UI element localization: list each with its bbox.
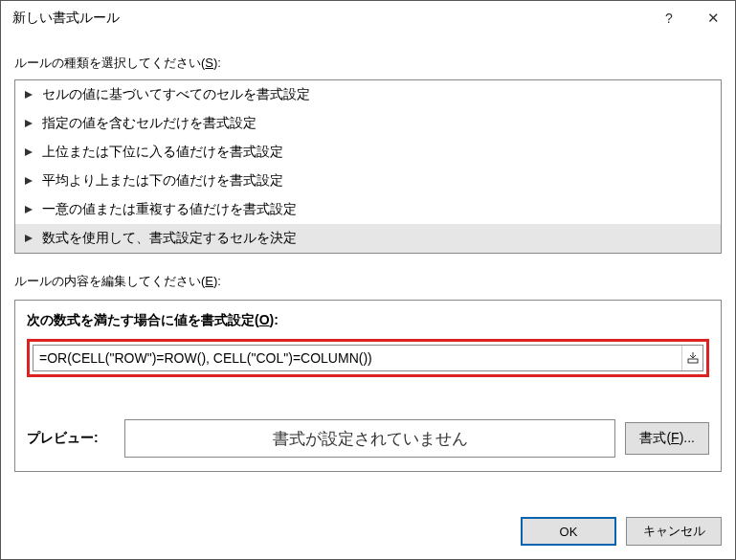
rule-type-list[interactable]: セルの値に基づいてすべてのセルを書式設定 指定の値を含むセルだけを書式設定 上位… [14, 79, 722, 254]
rule-type-item-label: 一意の値または重複する値だけを書式設定 [42, 201, 297, 218]
new-format-rule-dialog: 新しい書式ルール ? ✕ ルールの種類を選択してください(S): セルの値に基づ… [0, 0, 736, 560]
svg-rect-0 [688, 359, 698, 363]
rule-type-item-1[interactable]: 指定の値を含むセルだけを書式設定 [15, 109, 721, 138]
titlebar: 新しい書式ルール ? ✕ [1, 1, 735, 35]
preview-box: 書式が設定されていません [124, 419, 615, 458]
rule-type-item-3[interactable]: 平均より上または下の値だけを書式設定 [15, 167, 721, 195]
rule-type-item-2[interactable]: 上位または下位に入る値だけを書式設定 [15, 138, 721, 167]
dialog-title: 新しい書式ルール [12, 10, 647, 27]
preview-text: 書式が設定されていません [273, 428, 468, 450]
rule-type-item-0[interactable]: セルの値に基づいてすべてのセルを書式設定 [15, 80, 721, 109]
formula-label: 次の数式を満たす場合に値を書式設定(O): [27, 312, 709, 329]
rule-type-item-label: セルの値に基づいてすべてのセルを書式設定 [42, 86, 310, 103]
formula-input[interactable] [33, 350, 681, 366]
help-button[interactable]: ? [647, 1, 691, 35]
rule-edit-section-label: ルールの内容を編集してください(E): [14, 273, 722, 290]
refedit-icon [687, 352, 699, 364]
ok-button[interactable]: OK [521, 517, 616, 546]
refedit-collapse-button[interactable] [681, 346, 703, 370]
format-button[interactable]: 書式(F)... [625, 422, 709, 455]
dialog-footer: OK キャンセル [1, 505, 735, 559]
close-button[interactable]: ✕ [691, 1, 735, 35]
triangle-marker-icon [25, 91, 33, 99]
rule-type-section-label: ルールの種類を選択してください(S): [14, 55, 722, 72]
formula-row-highlight [27, 339, 709, 377]
rule-type-item-4[interactable]: 一意の値または重複する値だけを書式設定 [15, 195, 721, 224]
triangle-marker-icon [25, 206, 33, 213]
rule-type-item-label: 指定の値を含むセルだけを書式設定 [42, 115, 256, 132]
triangle-marker-icon [25, 148, 33, 156]
preview-row: プレビュー: 書式が設定されていません 書式(F)... [27, 419, 709, 458]
triangle-marker-icon [25, 120, 33, 127]
dialog-body: ルールの種類を選択してください(S): セルの値に基づいてすべてのセルを書式設定… [1, 35, 735, 505]
cancel-button[interactable]: キャンセル [626, 517, 722, 546]
formula-input-wrap [33, 345, 703, 371]
rule-type-item-label: 数式を使用して、書式設定するセルを決定 [42, 230, 297, 247]
rule-type-item-5[interactable]: 数式を使用して、書式設定するセルを決定 [15, 224, 721, 253]
rule-type-item-label: 平均より上または下の値だけを書式設定 [42, 172, 283, 190]
preview-label: プレビュー: [27, 430, 115, 447]
triangle-marker-icon [25, 177, 33, 185]
triangle-marker-icon [25, 235, 33, 242]
rule-edit-panel: 次の数式を満たす場合に値を書式設定(O): プレビュー: 書式が設定され [14, 300, 722, 472]
rule-type-item-label: 上位または下位に入る値だけを書式設定 [42, 144, 283, 161]
